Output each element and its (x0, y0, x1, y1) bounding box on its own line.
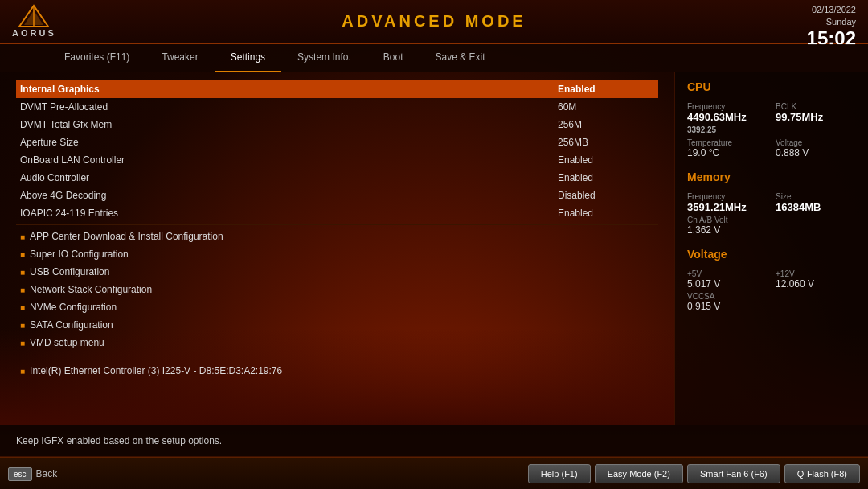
voltage-section: Voltage +5V 5.017 V +12V 12.060 V VCCSA … (687, 248, 856, 312)
setting-value-dvmt-pre: 60M (558, 101, 654, 113)
cpu-section: CPU Frequency 4490.63MHz 3392.25 BCLK 99… (687, 80, 856, 158)
setting-name-internal-graphics: Internal Graphics (20, 84, 558, 95)
header: AORUS ADVANCED MODE 02/13/2022 Sunday 15… (0, 0, 868, 44)
cpu-freq-value: 4490.63MHz 3392.25 (687, 111, 768, 135)
mem-size-col: Size 16384MB (776, 192, 856, 213)
ethernet-label: Intel(R) Ethernet Controller (3) I225-V … (30, 365, 654, 376)
easy-mode-button[interactable]: Easy Mode (F2) (595, 464, 683, 483)
row-lan[interactable]: OnBoard LAN Controller Enabled (16, 151, 658, 169)
setting-value-aperture: 256MB (558, 137, 654, 148)
bullet-vmd: ■ (20, 339, 25, 347)
cpu-bclk-label: BCLK (776, 102, 856, 111)
cpu-title: CPU (687, 80, 856, 96)
smart-fan-button[interactable]: Smart Fan 6 (F6) (687, 464, 780, 483)
bottom-bar: esc Back Help (F1) Easy Mode (F2) Smart … (0, 457, 868, 489)
setting-value-ioapic: Enabled (558, 208, 654, 219)
mem-chan-label: Ch A/B Volt (687, 216, 856, 224)
bullet-nvme: ■ (20, 303, 25, 312)
setting-name-nvme: NVMe Configuration (30, 302, 654, 313)
cpu-grid: Frequency 4490.63MHz 3392.25 BCLK 99.75M… (687, 102, 856, 158)
header-title: ADVANCED MODE (342, 12, 526, 31)
status-bar: Keep IGFX enabled based on the setup opt… (0, 425, 868, 457)
cpu-volt-col: Voltage 0.888 V (776, 138, 856, 158)
bottom-buttons: Help (F1) Easy Mode (F2) Smart Fan 6 (F6… (528, 464, 860, 483)
cpu-temp-col: Temperature 19.0 °C (687, 138, 768, 158)
info-panel: CPU Frequency 4490.63MHz 3392.25 BCLK 99… (675, 72, 868, 425)
row-ethernet: ■ Intel(R) Ethernet Controller (3) I225-… (16, 362, 658, 380)
mem-freq-value: 3591.21MHz (687, 201, 768, 213)
row-internal-graphics[interactable]: Internal Graphics Enabled (16, 80, 658, 98)
row-dvmt-total[interactable]: DVMT Total Gfx Mem 256M (16, 116, 658, 134)
qflash-button[interactable]: Q-Flash (F8) (784, 464, 860, 483)
spacer (16, 351, 658, 358)
setting-name-dvmt-total: DVMT Total Gfx Mem (20, 119, 558, 130)
aorus-logo-icon (18, 4, 50, 28)
voltage-grid: +5V 5.017 V +12V 12.060 V (687, 269, 856, 290)
mem-freq-col: Frequency 3591.21MHz (687, 192, 768, 213)
datetime-display: 02/13/2022 Sunday 15:02 (807, 4, 856, 48)
status-text: Keep IGFX enabled based on the setup opt… (16, 435, 222, 446)
vccsa-label: VCCSA (687, 292, 856, 301)
row-sata[interactable]: ■ SATA Configuration (16, 316, 658, 334)
row-ioapic[interactable]: IOAPIC 24-119 Entries Enabled (16, 204, 658, 222)
row-usb[interactable]: ■ USB Configuration (16, 263, 658, 281)
setting-value-above4g: Disabled (558, 190, 654, 201)
nav-tweaker[interactable]: Tweaker (145, 44, 214, 72)
voltage-title: Voltage (687, 248, 856, 263)
setting-name-lan: OnBoard LAN Controller (20, 154, 558, 166)
cpu-temp-label: Temperature (687, 138, 768, 147)
row-appcenter[interactable]: ■ APP Center Download & Install Configur… (16, 228, 658, 245)
bullet-ethernet: ■ (20, 367, 25, 376)
setting-name-aperture: Aperture Size (20, 137, 558, 148)
mem-size-value: 16384MB (776, 201, 856, 213)
logo-area: AORUS (12, 4, 56, 38)
vccsa-area: VCCSA 0.915 V (687, 292, 856, 312)
cpu-bclk-col: BCLK 99.75MHz (776, 102, 856, 135)
nav-favorites[interactable]: Favorites (F11) (48, 44, 145, 72)
row-nvme[interactable]: ■ NVMe Configuration (16, 298, 658, 316)
cpu-volt-label: Voltage (776, 138, 856, 147)
mem-chan-value: 1.362 V (687, 224, 856, 236)
setting-name-sata: SATA Configuration (30, 319, 654, 331)
nav-sysinfo[interactable]: System Info. (281, 44, 367, 72)
setting-name-superio: Super IO Configuration (30, 249, 654, 260)
setting-value-dvmt-total: 256M (558, 119, 654, 130)
mem-size-label: Size (776, 192, 856, 201)
setting-name-audio: Audio Controller (20, 172, 558, 183)
v12-col: +12V 12.060 V (776, 269, 856, 290)
nav-boot[interactable]: Boot (367, 44, 420, 72)
v12-value: 12.060 V (776, 278, 856, 290)
nav-settings[interactable]: Settings (215, 44, 281, 72)
v12-label: +12V (776, 269, 856, 278)
bullet-appcenter: ■ (20, 232, 25, 241)
row-audio[interactable]: Audio Controller Enabled (16, 169, 658, 187)
help-button[interactable]: Help (F1) (528, 464, 591, 483)
esc-label: Back (36, 468, 58, 479)
row-above4g[interactable]: Above 4G Decoding Disabled (16, 187, 658, 204)
setting-value-lan: Enabled (558, 154, 654, 166)
esc-key: esc (8, 467, 32, 481)
setting-name-appcenter: APP Center Download & Install Configurat… (30, 231, 654, 242)
v5-col: +5V 5.017 V (687, 269, 768, 290)
bullet-sata: ■ (20, 321, 25, 330)
bullet-superio: ■ (20, 250, 25, 259)
row-vmd[interactable]: ■ VMD setup menu (16, 334, 658, 351)
main-content: Internal Graphics Enabled DVMT Pre-Alloc… (0, 72, 868, 425)
memory-section: Memory Frequency 3591.21MHz Size 16384MB… (687, 171, 856, 236)
row-dvmt-pre[interactable]: DVMT Pre-Allocated 60M (16, 98, 658, 116)
nav-save[interactable]: Save & Exit (419, 44, 501, 72)
bullet-network: ■ (20, 286, 25, 294)
mem-chan-area: Ch A/B Volt 1.362 V (687, 216, 856, 236)
cpu-volt-value: 0.888 V (776, 147, 856, 158)
setting-name-usb: USB Configuration (30, 266, 654, 277)
row-superio[interactable]: ■ Super IO Configuration (16, 245, 658, 263)
cpu-bclk-value: 99.75MHz (776, 111, 856, 123)
logo-text: AORUS (12, 28, 56, 38)
row-network[interactable]: ■ Network Stack Configuration (16, 281, 658, 298)
vccsa-value: 0.915 V (687, 301, 856, 312)
esc-area: esc Back (8, 467, 57, 481)
setting-value-audio: Enabled (558, 172, 654, 183)
row-aperture[interactable]: Aperture Size 256MB (16, 134, 658, 151)
memory-grid: Frequency 3591.21MHz Size 16384MB (687, 192, 856, 213)
navbar: Favorites (F11) Tweaker Settings System … (0, 44, 868, 72)
